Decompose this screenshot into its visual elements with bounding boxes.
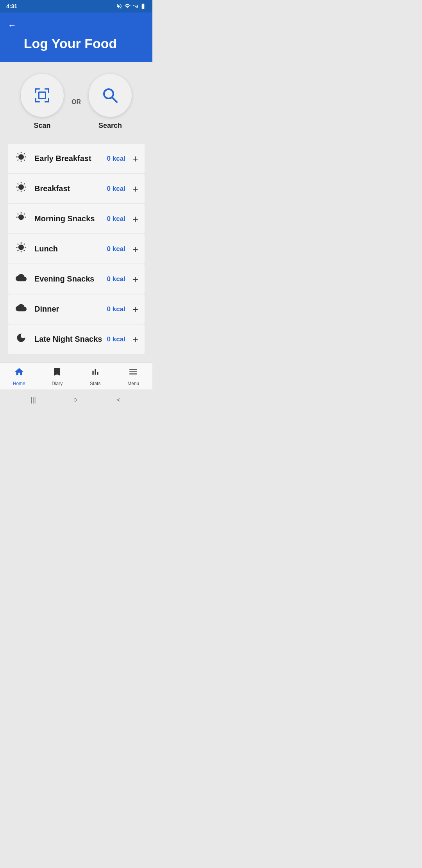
meal-list: Early Breakfast 0 kcal + Breakfast 0 kca… [8,144,145,354]
battery-icon [140,3,146,9]
meal-kcal: 0 kcal [107,245,125,253]
nav-home[interactable]: Home [0,367,38,386]
scan-label: Scan [34,122,50,130]
svg-rect-5 [35,98,36,102]
meal-name: Breakfast [34,184,107,193]
header: ← Log Your Food [0,13,152,62]
android-nav-bar: ||| ○ ＜ [0,389,152,410]
meal-name: Lunch [34,244,107,253]
status-icons [116,3,146,9]
meal-name: Evening Snacks [34,274,107,283]
meal-kcal: 0 kcal [107,275,125,283]
diary-icon [52,367,62,379]
search-circle[interactable] [89,74,132,117]
meal-item: Early Breakfast 0 kcal + [8,144,145,173]
android-back-button[interactable]: ＜ [115,395,122,404]
status-bar: 4:31 [0,0,152,13]
meal-add-button[interactable]: + [132,214,138,224]
meal-name: Early Breakfast [34,154,107,163]
meal-icon [14,302,28,316]
meal-item: Evening Snacks 0 kcal + [8,264,145,294]
scan-icon [31,84,53,106]
scan-action[interactable]: Scan [21,74,64,130]
svg-rect-1 [35,88,36,93]
back-button[interactable]: ← [8,19,20,32]
search-icon [99,84,121,106]
nav-home-label: Home [13,381,25,386]
nav-stats[interactable]: Stats [76,367,114,386]
meal-kcal: 0 kcal [107,305,125,313]
home-icon [14,367,24,379]
meal-add-button[interactable]: + [132,304,138,314]
meal-icon [14,332,28,346]
meal-item: Late Night Snacks 0 kcal + [8,325,145,354]
header-top: ← [8,19,145,32]
meal-kcal: 0 kcal [107,185,125,193]
android-recent-button[interactable]: ||| [30,396,36,404]
meal-item: Dinner 0 kcal + [8,294,145,324]
meal-icon [14,212,28,226]
mute-icon [116,3,122,9]
meal-name: Late Night Snacks [34,335,107,344]
meal-add-button[interactable]: + [132,244,138,254]
meal-icon [14,152,28,165]
svg-line-11 [112,97,117,102]
nav-diary-label: Diary [52,381,63,386]
meal-name: Morning Snacks [34,214,107,223]
app-wrapper: 4:31 ← Log Your Food [0,0,152,410]
nav-diary[interactable]: Diary [38,367,77,386]
search-action[interactable]: Search [89,74,132,130]
meal-icon [14,242,28,256]
nav-menu[interactable]: Menu [114,367,153,386]
meal-kcal: 0 kcal [107,335,125,343]
wifi-icon [124,3,131,9]
bottom-nav: Home Diary Stats [0,362,152,389]
nav-menu-label: Menu [127,381,139,386]
android-home-button[interactable]: ○ [73,396,78,404]
page-title: Log Your Food [8,36,145,51]
meal-add-button[interactable]: + [132,334,138,344]
menu-icon [128,367,138,379]
action-row: Scan OR Search [8,74,145,130]
svg-rect-9 [39,93,45,98]
main-content: Scan OR Search Early Breakfast 0 kcal + [0,62,152,362]
meal-item: Breakfast 0 kcal + [8,174,145,203]
nav-stats-label: Stats [90,381,100,386]
meal-add-button[interactable]: + [132,184,138,194]
svg-rect-7 [48,98,49,102]
meal-item: Morning Snacks 0 kcal + [8,204,145,233]
status-time: 4:31 [6,3,17,9]
meal-add-button[interactable]: + [132,154,138,164]
meal-add-button[interactable]: + [132,274,138,284]
meal-name: Dinner [34,305,107,314]
search-label: Search [98,122,122,130]
scan-circle[interactable] [21,74,64,117]
svg-rect-3 [48,88,49,93]
meal-item: Lunch 0 kcal + [8,234,145,264]
stats-icon [90,367,100,379]
meal-kcal: 0 kcal [107,155,125,163]
signal-icon [132,3,138,9]
meal-kcal: 0 kcal [107,215,125,223]
meal-icon [14,272,28,286]
or-label: OR [72,99,81,106]
meal-icon [14,182,28,195]
